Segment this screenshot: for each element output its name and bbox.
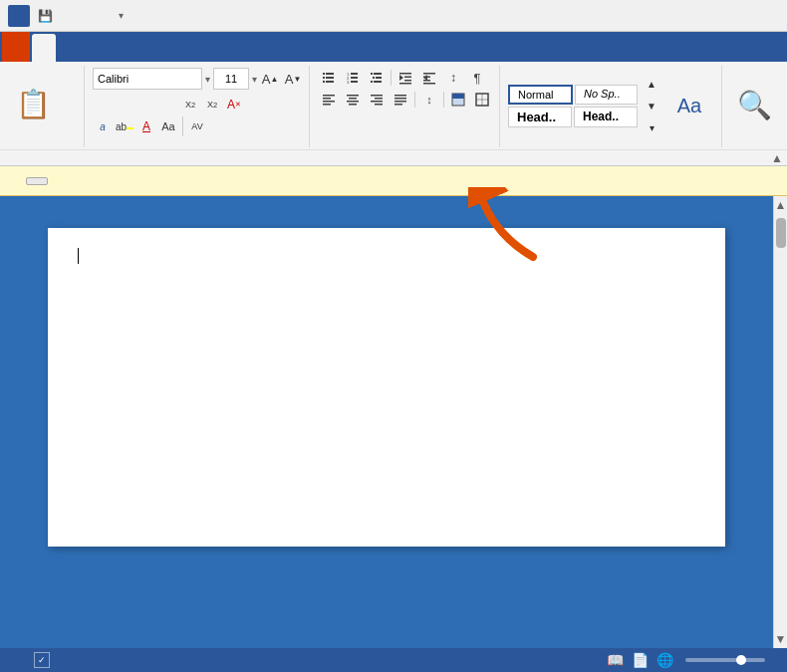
cut-button[interactable]	[58, 74, 78, 94]
style-no-spacing[interactable]: No Sp..	[575, 85, 638, 105]
quick-access-dropdown[interactable]: ▾	[110, 5, 131, 27]
style-heading2[interactable]: Head..	[574, 107, 638, 127]
undo-redo-group	[60, 5, 106, 27]
styles-scroll-down[interactable]: ▼	[642, 96, 661, 115]
document-page[interactable]	[48, 228, 725, 547]
align-left-button[interactable]	[318, 90, 340, 110]
styles-button[interactable]: Aa	[663, 75, 715, 136]
superscript-button[interactable]: X2	[202, 95, 222, 114]
svg-rect-28	[323, 95, 335, 97]
editing-group: 🔍	[724, 66, 784, 147]
change-case-button[interactable]: Aa	[158, 116, 178, 136]
font-size-input[interactable]	[213, 68, 249, 90]
svg-rect-32	[347, 95, 359, 97]
styles-more[interactable]: ▾	[642, 117, 661, 137]
tab-design[interactable]	[84, 36, 108, 62]
redo-button[interactable]	[84, 5, 106, 27]
svg-rect-5	[326, 81, 334, 83]
decrease-indent-button[interactable]	[394, 68, 416, 88]
bold-button[interactable]	[93, 95, 113, 114]
paste-button[interactable]: 📋	[10, 75, 56, 136]
style-normal[interactable]: Normal	[508, 85, 573, 105]
save-button[interactable]: 💾	[34, 5, 56, 27]
print-layout-button[interactable]: 📄	[632, 652, 649, 668]
tab-view[interactable]	[213, 36, 237, 62]
svg-rect-34	[347, 101, 359, 103]
text-effects-button[interactable]: a	[93, 116, 113, 136]
tab-home[interactable]	[32, 34, 56, 62]
undo-button[interactable]	[60, 5, 82, 27]
paragraph-group: 1.2.3. ↕ ¶	[312, 66, 500, 147]
tab-review[interactable]	[187, 36, 211, 62]
bullets-button[interactable]	[318, 68, 340, 88]
line-spacing-button[interactable]: ↕	[418, 90, 440, 110]
enable-content-button[interactable]	[26, 177, 48, 185]
format-painter-button[interactable]	[58, 117, 78, 137]
zoom-thumb	[736, 655, 746, 665]
minimize-button[interactable]	[697, 6, 723, 26]
svg-rect-7	[351, 73, 358, 75]
increase-indent-button[interactable]	[418, 68, 440, 88]
char-spacing-button[interactable]: AV	[187, 116, 207, 136]
sort-button[interactable]: ↕	[442, 68, 464, 88]
grow-font-button[interactable]: A▲	[260, 69, 280, 89]
tab-file[interactable]	[2, 32, 30, 62]
editing-icon: 🔍	[737, 89, 772, 121]
multilevel-list-button[interactable]	[366, 68, 388, 88]
strikethrough-button[interactable]	[158, 95, 178, 114]
borders-button[interactable]	[471, 90, 493, 110]
spelling-check-icon[interactable]: ✓	[34, 652, 50, 668]
shading-button[interactable]	[447, 90, 469, 110]
align-right-button[interactable]	[366, 90, 388, 110]
status-bar-right: 📖 📄 🌐	[607, 652, 777, 668]
shrink-font-button[interactable]: A▼	[283, 69, 303, 89]
copy-button[interactable]	[58, 96, 78, 115]
tab-insert[interactable]	[58, 36, 82, 62]
font-name-input[interactable]	[93, 68, 202, 90]
underline-button[interactable]	[136, 95, 156, 114]
web-layout-button[interactable]: 🌐	[656, 652, 673, 668]
scroll-down-button[interactable]: ▼	[773, 630, 787, 648]
tab-mailings[interactable]	[161, 36, 185, 62]
editing-inner: 🔍	[730, 68, 778, 143]
font-size-dropdown[interactable]: ▾	[252, 74, 257, 85]
paste-icon: 📋	[16, 91, 51, 118]
font-color-row: a ab▬ A Aa AV	[93, 116, 303, 136]
styles-icon: Aa	[677, 95, 701, 117]
ribbon-footer: ▲	[0, 149, 787, 165]
style-heading1[interactable]: Head..	[508, 107, 572, 127]
sign-in-link[interactable]	[771, 54, 787, 62]
content-area: ▲ ▼	[0, 196, 787, 648]
subscript-button[interactable]: X2	[180, 95, 200, 114]
scroll-thumb[interactable]	[776, 218, 786, 248]
read-mode-button[interactable]: 📖	[607, 652, 624, 668]
numbering-button[interactable]: 1.2.3.	[342, 68, 364, 88]
svg-rect-2	[323, 77, 325, 79]
svg-rect-42	[394, 101, 406, 103]
clear-formatting-button[interactable]: A✕	[224, 95, 244, 114]
ribbon-collapse-button[interactable]: ▲	[771, 151, 783, 165]
font-name-dropdown[interactable]: ▾	[205, 74, 210, 85]
zoom-slider[interactable]	[685, 658, 765, 662]
show-marks-button[interactable]: ¶	[466, 68, 488, 88]
editing-button[interactable]: 🔍	[730, 75, 778, 136]
styles-scroll-up[interactable]: ▲	[642, 74, 661, 94]
svg-rect-24	[423, 73, 435, 75]
tab-page-layout[interactable]	[110, 36, 133, 62]
close-button[interactable]	[753, 6, 779, 26]
highlight-color-button[interactable]: ab▬	[115, 116, 134, 136]
scroll-up-button[interactable]: ▲	[773, 196, 787, 214]
justify-button[interactable]	[390, 90, 411, 110]
svg-rect-37	[375, 98, 383, 100]
ribbon: 📋 ▾	[0, 32, 787, 166]
italic-button[interactable]	[115, 95, 134, 114]
tab-references[interactable]	[135, 36, 159, 62]
title-bar-left: 💾 ▾	[8, 5, 131, 27]
restore-button[interactable]	[725, 6, 751, 26]
vertical-scrollbar[interactable]: ▲ ▼	[773, 196, 787, 648]
svg-rect-16	[371, 81, 373, 83]
svg-marker-18	[399, 75, 403, 81]
svg-rect-14	[373, 77, 375, 79]
font-color-button[interactable]: A	[136, 116, 156, 136]
align-center-button[interactable]	[342, 90, 364, 110]
